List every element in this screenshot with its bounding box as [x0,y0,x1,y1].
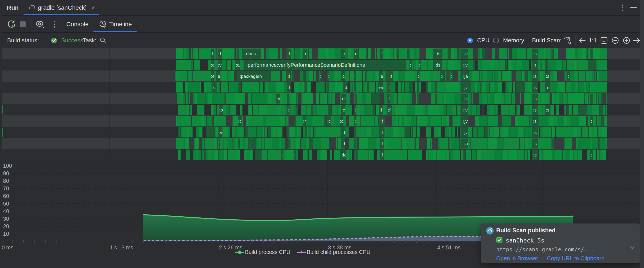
zoom-out-icon[interactable] [611,36,619,44]
timeline-task-e[interactable]: :e [379,71,383,81]
timeline-task-tick[interactable]: : [354,104,356,115]
timeline-task-s[interactable]: :s [532,127,538,138]
timeline-task-tick[interactable]: : [287,127,290,138]
show-options-eye-icon[interactable] [34,20,46,29]
timeline-task-d[interactable]: :d [341,127,345,138]
timeline-task-tick[interactable]: : [417,82,419,92]
timeline-task-is[interactable]: :is [433,48,442,59]
timeline-task-c[interactable]: :c [341,48,345,59]
timeline-task-s[interactable]: :s [544,104,551,115]
timeline-task-tick[interactable]: : [311,104,313,115]
timeline-task-f[interactable]: :f [388,71,393,81]
timeline-task-docs[interactable]: :docs: [242,48,261,59]
timeline-task-i[interactable]: :i [440,71,444,81]
timeline-task-tick[interactable]: : [296,104,298,115]
zoom-in-icon[interactable] [622,36,630,44]
timeline-task-tick[interactable]: : [320,71,322,81]
timeline-task-c[interactable]: :c [340,116,344,126]
timeline-task-jv[interactable]: :jv [460,93,468,104]
timeline-task-tick[interactable]: : [435,93,438,104]
toolbar-more-vertical-icon[interactable] [52,20,57,28]
scroll-left-icon[interactable] [578,37,586,44]
timeline-task-jv[interactable]: :jv [460,82,468,92]
tab-console[interactable]: Console [66,21,88,28]
timeline-task-c[interactable]: :c [341,71,345,81]
timeline-task-tick[interactable]: : [354,93,357,104]
search-icon[interactable] [100,37,107,44]
timeline-task-tick[interactable]: : [590,93,593,104]
chevron-down-icon[interactable] [629,245,635,250]
timeline-task-tick[interactable]: : [367,82,370,92]
timeline-task-tick[interactable]: : [287,104,290,115]
timeline-task-l[interactable]: :l [286,71,291,81]
timeline-task-packageIn[interactable]: :packageIn [237,71,271,81]
timeline-task-tick[interactable]: : [236,48,240,59]
timeline-task-jv[interactable]: :jv [460,127,468,138]
timeline-task-s[interactable]: :s [532,150,538,160]
timeline-task-tick[interactable]: : [238,138,240,149]
timeline-task-c[interactable]: :c [354,48,358,59]
timeline-task-e[interactable]: :e [216,71,220,81]
timeline-task-ex[interactable]: :ex [378,82,383,92]
cpu-radio[interactable] [467,37,473,44]
timeline-task-c[interactable]: :c [238,116,242,126]
timeline-task-is[interactable]: :is [433,60,442,70]
timeline-task-f[interactable]: :f [378,104,383,115]
timeline-task-fi[interactable]: :fi [387,104,392,115]
timeline-task-tick[interactable]: : [551,48,554,59]
timeline-task-s[interactable]: :s [532,116,538,126]
timeline-task-tick[interactable]: : [354,127,356,138]
timeline-task-tick[interactable]: : [365,71,368,81]
timeline-task-f[interactable]: :f [380,48,383,59]
timeline-task-tick[interactable]: : [354,138,356,149]
timeline-task-b[interactable]: :b [276,93,280,104]
timeline-task-f[interactable]: :f [380,127,384,138]
timeline-task-tick[interactable]: : [396,48,399,59]
timeline-task-tick[interactable]: : [407,48,410,59]
timeline-task-a[interactable]: :a [235,60,240,70]
timeline-task-tick[interactable]: : [288,138,291,149]
timeline-task-tick[interactable]: : [354,71,356,81]
task-timeline-chart[interactable]: :b:l::docs::l:r:c:c:f:::is:jv:s:::d:v:a:… [0,48,644,160]
build-scan-notification[interactable]: Build Scan published sanCheck 5s https:/… [481,224,640,263]
timeline-task-tick[interactable]: : [304,82,307,92]
timeline-task-da[interactable]: :da [340,93,347,104]
timeline-task-performanceverifyPerformanceScenarioDefinitions[interactable]: :performance:verifyPerformanceScenarioDe… [243,60,406,70]
timeline-task-tick[interactable]: : [326,82,329,92]
timeline-task-tick[interactable]: : [590,150,593,160]
timeline-task-s[interactable]: :s [544,71,551,81]
copy-url-link[interactable]: Copy URL to Clipboard [547,255,604,262]
timeline-task-s[interactable]: :s [532,93,538,104]
timeline-task-tick[interactable]: : [417,93,419,104]
timeline-task-r[interactable]: :r [302,116,306,126]
fit-to-window-icon[interactable] [600,36,608,44]
timeline-task-f[interactable]: :f [380,138,384,149]
timeline-task-c[interactable]: :c [211,82,216,92]
timeline-task-s[interactable]: :s [532,71,538,81]
timeline-task-jv[interactable]: :jv [460,60,468,70]
timeline-task-tick[interactable]: : [450,71,453,81]
stop-icon[interactable] [19,20,27,28]
timeline-task-tick[interactable]: : [287,93,290,104]
cpu-radio-label[interactable]: CPU [477,37,490,44]
timeline-task-c[interactable]: :c [327,116,331,126]
build-scan-open-icon[interactable] [562,36,572,46]
timeline-task-tick[interactable]: : [356,150,358,160]
timeline-task-tick[interactable]: : [294,150,296,160]
timeline-task-s[interactable]: :s [532,48,538,59]
timeline-task-s[interactable]: :s [532,82,538,92]
task-search-input[interactable] [92,46,219,46]
timeline-task-v[interactable]: :v [218,60,222,70]
timeline-task-v[interactable]: :v [218,127,222,138]
timeline-task-f[interactable]: :f [380,116,384,126]
memory-radio-label[interactable]: Memory [503,37,524,44]
timeline-task-f[interactable]: :f [380,150,384,160]
timeline-task-jv[interactable]: :jv [460,104,468,115]
timeline-task-jv[interactable]: :jv [460,48,468,59]
timeline-task-tick[interactable]: : [590,48,593,59]
timeline-task-d[interactable]: :d [343,82,348,92]
timeline-task-tick[interactable]: : [305,127,307,138]
timeline-task-r[interactable]: :r [532,60,538,70]
timeline-task-s[interactable]: :s [532,104,538,115]
timeline-task-tick[interactable]: : [567,71,570,81]
